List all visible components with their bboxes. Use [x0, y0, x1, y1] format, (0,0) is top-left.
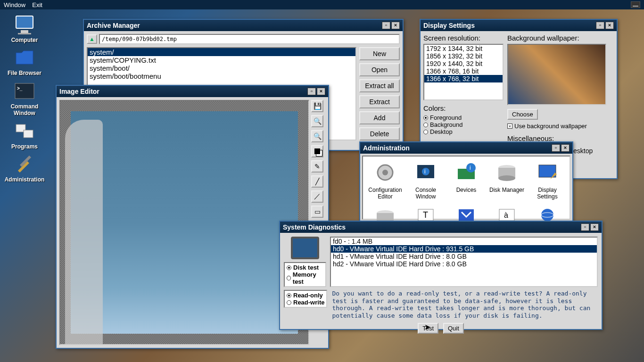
read-only-radio[interactable]: Read-only — [287, 292, 324, 299]
read-write-radio[interactable]: Read-write — [287, 299, 324, 306]
zoom-in-icon[interactable]: 🔍 — [311, 115, 323, 127]
quit-button[interactable]: Quit — [443, 323, 464, 334]
monitor-icon — [291, 237, 319, 259]
list-item[interactable]: system/COPYING.txt — [88, 56, 355, 64]
desktop-icon-programs[interactable]: Programs — [4, 120, 45, 150]
save-tool-icon[interactable]: 💾 — [311, 100, 323, 112]
close-icon[interactable]: × — [590, 223, 599, 231]
close-icon[interactable]: × — [561, 144, 570, 152]
color-desktop-radio[interactable]: Desktop — [423, 128, 504, 135]
svg-text:T: T — [423, 210, 428, 220]
list-item[interactable]: fd0 - : 1.4 MB — [331, 238, 597, 245]
memory-test-radio[interactable]: Memory test — [287, 271, 323, 285]
terminal-icon: >_ — [13, 80, 36, 102]
disk-test-radio[interactable]: Disk test — [287, 264, 323, 271]
disk-icon — [494, 159, 520, 186]
resolution-label: Screen resolution: — [423, 34, 504, 42]
delete-button[interactable]: Delete — [359, 127, 400, 140]
titlebar[interactable]: Administration ▫× — [360, 142, 572, 154]
list-item[interactable]: hd2 - VMware Virtual IDE Hard Drive : 8.… — [331, 260, 597, 268]
extract-all-button[interactable]: Extract all — [359, 79, 400, 92]
desktop-icon-administration[interactable]: Administration — [4, 153, 45, 183]
restore-icon[interactable]: ▫ — [596, 22, 604, 29]
svg-rect-23 — [459, 209, 474, 221]
choose-button[interactable]: Choose — [507, 109, 538, 120]
pencil-icon[interactable]: ╱ — [311, 175, 323, 188]
list-item[interactable]: system/ — [88, 48, 355, 56]
titlebar[interactable]: Archive Manager ▫ × — [84, 20, 403, 31]
up-button[interactable]: ▲ — [87, 34, 97, 44]
desktop-icon-command-window[interactable]: >_ Command Window — [4, 80, 45, 117]
admin-item-console[interactable]: iConsole Window — [406, 159, 445, 200]
rect-icon[interactable]: ▭ — [311, 206, 323, 218]
console-icon: i — [413, 159, 439, 186]
color-foreground-radio[interactable]: Foreground — [423, 114, 504, 121]
admin-icon-grid: Configuration Editor iConsole Window iDe… — [362, 156, 570, 220]
gear-icon — [372, 159, 398, 186]
radio-icon — [423, 115, 428, 120]
extract-button[interactable]: Extract — [359, 95, 400, 108]
new-button[interactable]: New — [359, 47, 400, 60]
path-input[interactable] — [99, 34, 400, 44]
admin-item-devices[interactable]: iDevices — [447, 159, 486, 200]
radio-icon — [423, 123, 428, 127]
list-item[interactable]: system/boot/ — [88, 64, 355, 72]
resolution-list[interactable]: 1792 x 1344, 32 bit 1856 x 1392, 32 bit … — [423, 44, 504, 100]
close-icon[interactable]: × — [317, 88, 325, 95]
drive-list[interactable]: fd0 - : 1.4 MB hd0 - VMware Virtual IDE … — [330, 237, 598, 287]
line-icon[interactable]: ／ — [311, 190, 323, 203]
open-button[interactable]: Open — [359, 63, 400, 76]
folder-icon — [13, 46, 36, 69]
titlebar[interactable]: System Diagnostics ▫× — [280, 222, 602, 233]
window-title: Administration — [363, 144, 410, 152]
colors-label: Colors: — [423, 104, 504, 112]
radio-icon — [287, 276, 291, 280]
list-item[interactable]: 1856 x 1392, 32 bit — [424, 52, 503, 60]
use-wallpaper-checkbox[interactable]: ×Use background wallpaper — [507, 123, 614, 130]
radio-icon — [287, 293, 291, 298]
zoom-out-icon[interactable]: 🔍 — [311, 130, 323, 142]
desktop-icon-file-browser[interactable]: File Browser — [4, 46, 45, 76]
menu-window[interactable]: Window — [4, 1, 25, 8]
desktop-icons: Computer File Browser >_ Command Window … — [4, 13, 45, 183]
computer-icon — [13, 13, 36, 36]
tools-icon — [13, 153, 36, 175]
admin-item-display-settings[interactable]: Display Settings — [528, 159, 567, 200]
test-button[interactable]: Test — [418, 323, 438, 334]
window-title: System Diagnostics — [283, 223, 346, 231]
close-icon[interactable]: × — [605, 22, 614, 29]
desktop-label: Command Window — [11, 103, 39, 117]
list-item[interactable]: hd1 - VMware Virtual IDE Hard Drive : 8.… — [331, 253, 597, 260]
list-item[interactable]: hd0 - VMware Virtual IDE Hard Drive : 93… — [331, 245, 597, 253]
titlebar[interactable]: Image Editor ▫× — [57, 86, 328, 97]
diagnostics-icon: Disk test Memory test — [284, 237, 326, 287]
list-item[interactable]: 1920 x 1440, 32 bit — [424, 60, 503, 67]
restore-icon[interactable]: ▫ — [581, 223, 589, 231]
window-title: Archive Manager — [87, 22, 140, 29]
svg-text:>_: >_ — [17, 86, 23, 91]
color-background-radio[interactable]: Background — [423, 121, 504, 128]
restore-icon[interactable]: ▫ — [552, 144, 560, 152]
minimize-icon[interactable] — [631, 1, 640, 8]
add-button[interactable]: Add — [359, 111, 400, 124]
list-item[interactable]: 1792 x 1344, 32 bit — [424, 45, 503, 52]
restore-icon[interactable]: ▫ — [307, 88, 316, 95]
list-item[interactable]: 1366 x 768, 32 bit — [424, 75, 503, 82]
admin-item-disk-manager[interactable]: Disk Manager — [487, 159, 526, 200]
titlebar[interactable]: Display Settings ▫× — [421, 20, 617, 31]
desktop-icon-computer[interactable]: Computer — [4, 13, 45, 43]
list-item[interactable]: 1366 x 768, 16 bit — [424, 67, 503, 75]
devices-icon: i — [453, 159, 479, 186]
list-item[interactable]: system/boot/bootmenu — [88, 72, 355, 80]
svg-point-17 — [498, 175, 515, 181]
image-canvas[interactable] — [59, 100, 309, 345]
display-icon — [534, 159, 561, 186]
admin-item-config-editor[interactable]: Configuration Editor — [366, 159, 405, 200]
svg-rect-6 — [24, 130, 33, 138]
menu-exit[interactable]: Exit — [32, 1, 42, 8]
color-swatch-icon[interactable] — [311, 145, 323, 157]
eyedropper-icon[interactable]: ✎ — [311, 160, 323, 173]
restore-icon[interactable]: ▫ — [382, 22, 390, 29]
close-icon[interactable]: × — [391, 22, 400, 29]
wallpaper-label: Background wallpaper: — [507, 34, 614, 42]
